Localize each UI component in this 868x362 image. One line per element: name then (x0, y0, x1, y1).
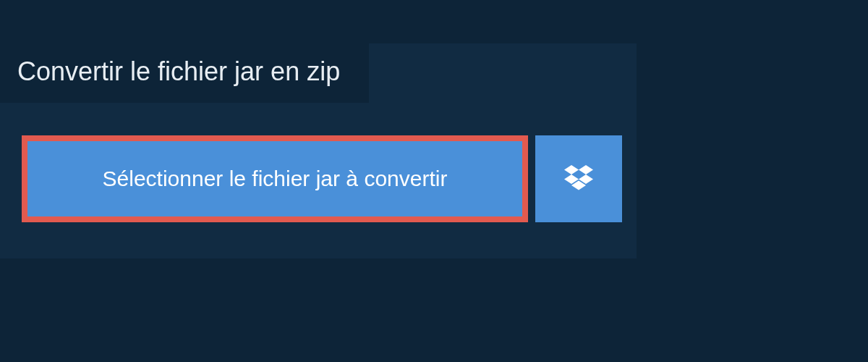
dropbox-button[interactable] (535, 135, 622, 222)
page-title: Convertir le fichier jar en zip (0, 43, 369, 103)
upload-area: Sélectionner le fichier jar à convertir (22, 135, 637, 222)
dropbox-icon (564, 165, 593, 193)
select-file-label: Sélectionner le fichier jar à convertir (103, 167, 448, 191)
select-file-button[interactable]: Sélectionner le fichier jar à convertir (22, 135, 528, 222)
converter-panel: Convertir le fichier jar en zip Sélectio… (0, 43, 637, 258)
